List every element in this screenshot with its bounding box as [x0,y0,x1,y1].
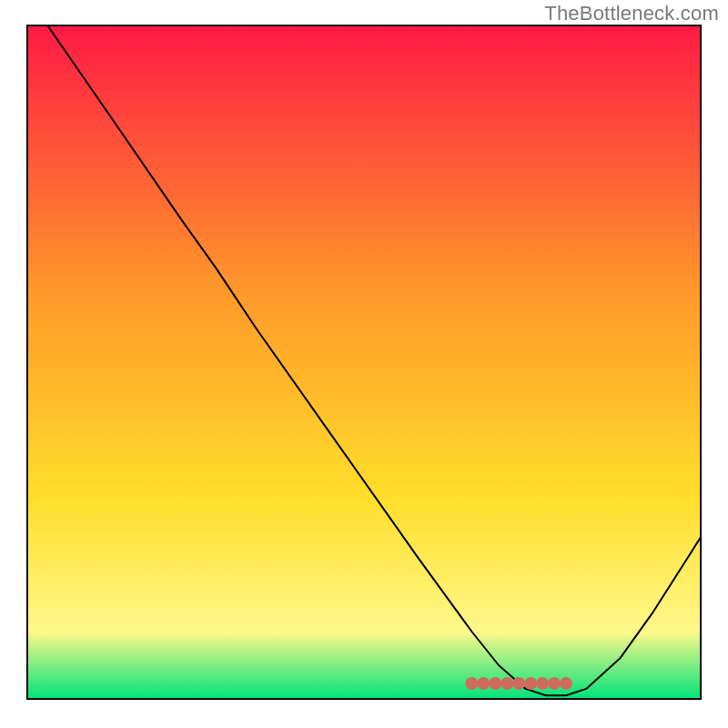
marker-dot [500,677,513,690]
marker-dot [477,677,490,690]
marker-dot [524,677,537,690]
marker-dot [548,677,561,690]
chart-svg [0,0,728,728]
marker-dot [465,677,478,690]
chart-container: TheBottleneck.com [0,0,728,728]
marker-cluster [465,677,572,690]
marker-dot [560,677,572,690]
plot-background [27,25,701,699]
marker-dot [536,677,549,690]
marker-dot [512,677,525,690]
marker-dot [489,677,501,690]
